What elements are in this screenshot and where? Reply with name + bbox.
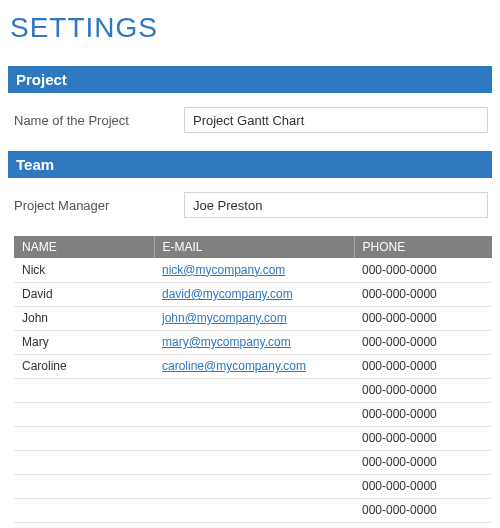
section-header-team: Team [8, 151, 492, 178]
table-row: 000-000-0000 [14, 450, 492, 474]
cell-name[interactable] [14, 426, 154, 450]
table-row: Carolinecaroline@mycompany.com000-000-00… [14, 354, 492, 378]
table-row: Daviddavid@mycompany.com000-000-0000 [14, 282, 492, 306]
col-header-email: E-MAIL [154, 236, 354, 258]
table-row: Johnjohn@mycompany.com000-000-0000 [14, 306, 492, 330]
table-row: 000-000-0000 [14, 498, 492, 522]
project-manager-input[interactable] [184, 192, 488, 218]
cell-email[interactable] [154, 426, 354, 450]
cell-phone[interactable]: 000-000-0000 [354, 306, 492, 330]
cell-phone[interactable]: 000-000-0000 [354, 402, 492, 426]
cell-name[interactable] [14, 474, 154, 498]
table-row: 000-000-0000 [14, 426, 492, 450]
cell-email[interactable]: caroline@mycompany.com [154, 354, 354, 378]
cell-email[interactable] [154, 498, 354, 522]
table-row: 000-000-0000 [14, 378, 492, 402]
cell-phone[interactable]: 000-000-0000 [354, 378, 492, 402]
cell-email[interactable]: nick@mycompany.com [154, 258, 354, 282]
col-header-phone: PHONE [354, 236, 492, 258]
team-table-header-row: NAME E-MAIL PHONE [14, 236, 492, 258]
cell-phone[interactable]: 000-000-0000 [354, 522, 492, 528]
cell-email[interactable] [154, 378, 354, 402]
cell-email[interactable] [154, 474, 354, 498]
cell-name[interactable] [14, 450, 154, 474]
page-title: SETTINGS [10, 12, 492, 44]
table-row: Nicknick@mycompany.com000-000-0000 [14, 258, 492, 282]
cell-phone[interactable]: 000-000-0000 [354, 450, 492, 474]
cell-phone[interactable]: 000-000-0000 [354, 330, 492, 354]
cell-phone[interactable]: 000-000-0000 [354, 426, 492, 450]
cell-name[interactable]: John [14, 306, 154, 330]
cell-name[interactable] [14, 498, 154, 522]
project-manager-label: Project Manager [14, 198, 184, 213]
cell-phone[interactable]: 000-000-0000 [354, 474, 492, 498]
email-link[interactable]: john@mycompany.com [162, 311, 287, 325]
project-name-input[interactable] [184, 107, 488, 133]
email-link[interactable]: caroline@mycompany.com [162, 359, 306, 373]
team-table: NAME E-MAIL PHONE Nicknick@mycompany.com… [14, 236, 492, 528]
email-link[interactable]: nick@mycompany.com [162, 263, 285, 277]
cell-name[interactable]: David [14, 282, 154, 306]
section-header-project: Project [8, 66, 492, 93]
cell-name[interactable]: Mary [14, 330, 154, 354]
table-row: 000-000-0000 [14, 522, 492, 528]
project-name-label: Name of the Project [14, 113, 184, 128]
cell-email[interactable] [154, 450, 354, 474]
cell-name[interactable]: Nick [14, 258, 154, 282]
cell-phone[interactable]: 000-000-0000 [354, 354, 492, 378]
col-header-name: NAME [14, 236, 154, 258]
table-row: 000-000-0000 [14, 402, 492, 426]
cell-name[interactable] [14, 522, 154, 528]
cell-email[interactable]: mary@mycompany.com [154, 330, 354, 354]
cell-phone[interactable]: 000-000-0000 [354, 258, 492, 282]
table-row: Marymary@mycompany.com000-000-0000 [14, 330, 492, 354]
cell-phone[interactable]: 000-000-0000 [354, 498, 492, 522]
email-link[interactable]: david@mycompany.com [162, 287, 293, 301]
project-name-row: Name of the Project [14, 107, 492, 133]
table-row: 000-000-0000 [14, 474, 492, 498]
cell-email[interactable]: john@mycompany.com [154, 306, 354, 330]
cell-phone[interactable]: 000-000-0000 [354, 282, 492, 306]
cell-name[interactable] [14, 402, 154, 426]
cell-email[interactable]: david@mycompany.com [154, 282, 354, 306]
cell-email[interactable] [154, 402, 354, 426]
project-manager-row: Project Manager [14, 192, 492, 218]
cell-name[interactable]: Caroline [14, 354, 154, 378]
cell-email[interactable] [154, 522, 354, 528]
cell-name[interactable] [14, 378, 154, 402]
email-link[interactable]: mary@mycompany.com [162, 335, 291, 349]
